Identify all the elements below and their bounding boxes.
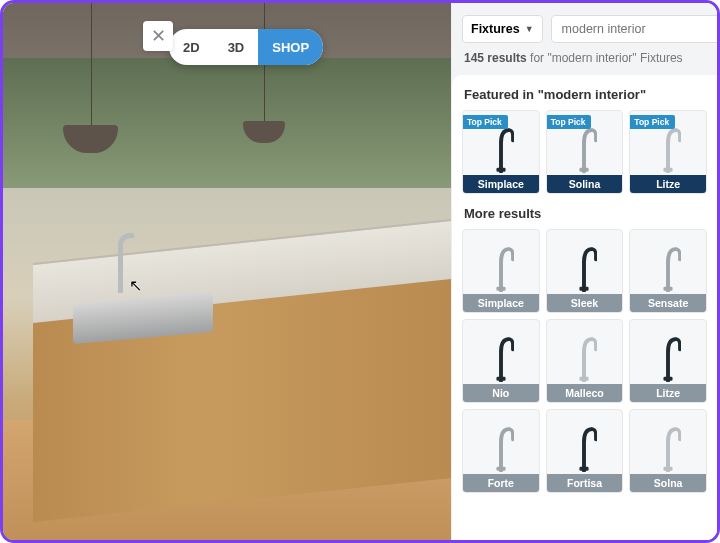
top-pick-badge: Top Pick (630, 115, 675, 129)
viewport-3d[interactable]: ↖ 2D 3D SHOP ✕ (3, 3, 451, 540)
view-3d-button[interactable]: 3D (214, 29, 259, 65)
product-name: Fortisa (547, 474, 623, 492)
product-card[interactable]: Sensate (629, 229, 707, 313)
faucet-icon (488, 330, 514, 382)
product-name: Nio (463, 384, 539, 402)
top-pick-badge: Top Pick (463, 115, 508, 129)
svg-rect-9 (580, 377, 589, 381)
product-name: Litze (630, 384, 706, 402)
top-pick-badge: Top Pick (547, 115, 592, 129)
product-card[interactable]: Forte (462, 409, 540, 493)
svg-rect-12 (580, 467, 589, 471)
product-card[interactable]: Malleco (546, 319, 624, 403)
faucet-icon (655, 420, 681, 472)
faucet-icon (571, 240, 597, 292)
product-name: Solna (630, 474, 706, 492)
category-dropdown[interactable]: Fixtures ▼ (462, 15, 543, 43)
results-scroll[interactable]: Featured in "modern interior" Top PickSi… (452, 75, 717, 540)
results-grid: SimplaceSleekSensateNioMallecoLitzeForte… (462, 229, 707, 493)
svg-rect-5 (496, 287, 505, 291)
search-input[interactable] (558, 16, 720, 42)
results-summary: 145 results for "modern interior" Fixtur… (452, 51, 717, 75)
chevron-down-icon: ▼ (525, 24, 534, 34)
product-card[interactable]: Simplace (462, 229, 540, 313)
shop-panel: Fixtures ▼ 145 results for "modern inter… (451, 3, 717, 540)
results-count: 145 results (464, 51, 527, 65)
svg-rect-10 (664, 377, 673, 381)
svg-rect-8 (496, 377, 505, 381)
faucet-icon (488, 420, 514, 472)
product-card[interactable]: Top PickLitze (629, 110, 707, 194)
svg-rect-2 (496, 168, 505, 172)
more-results-heading: More results (464, 206, 707, 221)
view-mode-toggle: 2D 3D SHOP (169, 29, 323, 65)
product-name: Forte (463, 474, 539, 492)
product-name: Simplace (463, 175, 539, 193)
svg-rect-7 (664, 287, 673, 291)
product-card[interactable]: Top PickSolina (546, 110, 624, 194)
category-label: Fixtures (471, 22, 520, 36)
product-card[interactable]: Solna (629, 409, 707, 493)
product-name: Sleek (547, 294, 623, 312)
faucet-icon (571, 420, 597, 472)
view-2d-button[interactable]: 2D (169, 29, 214, 65)
product-name: Litze (630, 175, 706, 193)
product-name: Solina (547, 175, 623, 193)
cursor-icon: ↖ (129, 276, 142, 295)
close-panel-button[interactable]: ✕ (143, 21, 173, 51)
svg-rect-3 (580, 168, 589, 172)
panel-header: Fixtures ▼ (452, 3, 717, 51)
featured-heading: Featured in "modern interior" (464, 87, 707, 102)
faucet-icon (488, 240, 514, 292)
close-icon: ✕ (151, 26, 166, 46)
product-card[interactable]: Top PickSimplace (462, 110, 540, 194)
search-field[interactable] (551, 15, 720, 43)
svg-rect-13 (664, 467, 673, 471)
product-card[interactable]: Fortisa (546, 409, 624, 493)
faucet-icon (655, 330, 681, 382)
featured-grid: Top PickSimplaceTop PickSolinaTop PickLi… (462, 110, 707, 194)
svg-rect-6 (580, 287, 589, 291)
product-card[interactable]: Nio (462, 319, 540, 403)
faucet-icon (655, 240, 681, 292)
product-card[interactable]: Sleek (546, 229, 624, 313)
app-frame: ↖ 2D 3D SHOP ✕ Fixtures ▼ 145 results fo… (0, 0, 720, 543)
faucet-icon (571, 330, 597, 382)
product-name: Malleco (547, 384, 623, 402)
scene-windows (3, 58, 451, 188)
results-suffix: for "modern interior" Fixtures (527, 51, 683, 65)
product-card[interactable]: Litze (629, 319, 707, 403)
product-name: Sensate (630, 294, 706, 312)
svg-rect-4 (664, 168, 673, 172)
svg-rect-11 (496, 467, 505, 471)
product-name: Simplace (463, 294, 539, 312)
shop-button[interactable]: SHOP (258, 29, 323, 65)
